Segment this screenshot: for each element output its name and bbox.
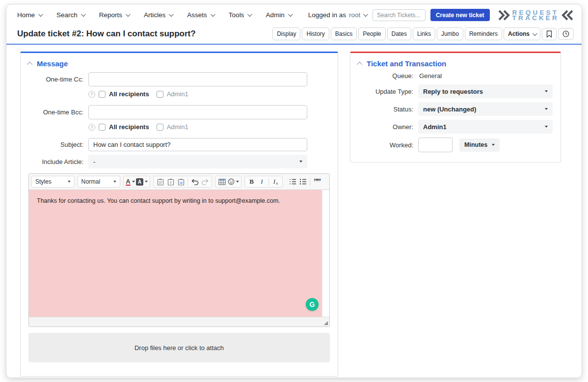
chevron-down-icon bbox=[126, 12, 131, 17]
nav-item-tools[interactable]: Tools bbox=[229, 11, 251, 19]
nav-item-home[interactable]: Home bbox=[17, 11, 42, 19]
italic-button[interactable]: I bbox=[257, 177, 267, 187]
attach-dropzone[interactable]: Drop files here or click to attach bbox=[28, 333, 330, 362]
cc-all-recipients-checkbox[interactable] bbox=[99, 91, 106, 98]
tab-actions[interactable]: Actions bbox=[504, 27, 540, 40]
editor-statusbar bbox=[29, 317, 329, 327]
logged-in-menu[interactable]: Logged in as root bbox=[308, 11, 367, 19]
collapse-chevron-icon[interactable] bbox=[27, 61, 32, 67]
nav-item-search[interactable]: Search bbox=[56, 11, 84, 19]
tab-jumbo[interactable]: Jumbo bbox=[437, 27, 463, 40]
include-article-value: - bbox=[93, 158, 95, 165]
main-content: Message One-time Cc: ? All recipients Ad… bbox=[6, 45, 582, 377]
owner-value: Admin1 bbox=[423, 123, 447, 131]
queue-row: Queue: General bbox=[358, 72, 553, 80]
cc-recipients-row: ? All recipients Admin1 bbox=[21, 90, 338, 102]
one-time-cc-label: One-time Cc: bbox=[28, 76, 83, 83]
owner-select[interactable]: Admin1 bbox=[418, 120, 553, 134]
subject-row: Subject: bbox=[21, 138, 338, 151]
one-time-cc-input[interactable] bbox=[88, 72, 307, 86]
bookmark-button[interactable] bbox=[542, 28, 557, 40]
search-tickets-input[interactable] bbox=[373, 9, 426, 21]
message-panel-title: Message bbox=[37, 59, 68, 68]
remove-format-button[interactable]: Ix bbox=[271, 177, 280, 187]
editor-scrollbar[interactable] bbox=[322, 190, 329, 317]
font-color-button[interactable]: A bbox=[126, 177, 135, 187]
worked-controls: Minutes bbox=[418, 137, 553, 152]
nav-right: Create new ticket REQUEST TRACKER bbox=[373, 9, 574, 21]
queue-value: General bbox=[418, 72, 553, 80]
caret-down-icon bbox=[132, 181, 135, 183]
nav-item-label: Articles bbox=[144, 11, 165, 19]
paragraph-format-dropdown[interactable]: Normal bbox=[78, 176, 121, 188]
numbered-list-button[interactable] bbox=[288, 177, 297, 187]
tab-basics[interactable]: Basics bbox=[331, 27, 357, 40]
cc-recipients-options: ? All recipients Admin1 bbox=[88, 90, 307, 98]
caret-down-icon bbox=[236, 181, 239, 183]
svg-text:W: W bbox=[179, 181, 183, 185]
one-time-bcc-input[interactable] bbox=[88, 105, 307, 119]
worked-label: Worked: bbox=[358, 141, 413, 149]
worked-unit-select[interactable]: Minutes bbox=[459, 138, 500, 152]
help-icon[interactable]: ? bbox=[88, 91, 95, 98]
chevron-down-icon bbox=[169, 12, 174, 17]
status-select[interactable]: new (Unchanged) bbox=[418, 102, 553, 116]
tab-history[interactable]: History bbox=[302, 27, 329, 40]
nav-item-admin[interactable]: Admin bbox=[266, 11, 291, 19]
insert-table-button[interactable] bbox=[217, 177, 227, 187]
nav-item-reports[interactable]: Reports bbox=[99, 11, 129, 19]
paste-button[interactable] bbox=[156, 177, 165, 187]
time-worked-button[interactable] bbox=[558, 28, 574, 40]
message-panel: Message One-time Cc: ? All recipients Ad… bbox=[20, 52, 338, 377]
redo-button[interactable] bbox=[200, 177, 210, 187]
paste-from-word-button[interactable]: W bbox=[176, 177, 186, 187]
status-value: new (Unchanged) bbox=[423, 106, 476, 113]
background-color-button[interactable]: A bbox=[136, 177, 148, 187]
tab-display[interactable]: Display bbox=[272, 27, 300, 40]
emoji-button[interactable] bbox=[228, 177, 239, 187]
update-type-select[interactable]: Reply to requestors bbox=[418, 84, 553, 98]
styles-dropdown[interactable]: Styles bbox=[31, 176, 75, 188]
update-type-row: Update Type: Reply to requestors bbox=[358, 84, 553, 98]
color-group: A A bbox=[123, 176, 150, 188]
bcc-admin1-checkbox[interactable] bbox=[157, 124, 163, 131]
bulleted-list-button[interactable] bbox=[298, 177, 308, 187]
bold-button[interactable]: B bbox=[247, 177, 256, 187]
logo-text: REQUEST TRACKER bbox=[512, 10, 559, 21]
paste-plain-text-button[interactable]: T bbox=[166, 177, 175, 187]
update-type-label: Update Type: bbox=[358, 88, 413, 95]
nav-item-label: Assets bbox=[187, 11, 207, 19]
nav-item-articles[interactable]: Articles bbox=[144, 11, 172, 19]
nav-item-assets[interactable]: Assets bbox=[187, 11, 214, 19]
message-textarea[interactable]: Thanks for contacting us. You can contac… bbox=[29, 190, 322, 317]
basic-styles-group: B I Ix bbox=[244, 176, 283, 188]
subject-input[interactable] bbox=[88, 138, 307, 151]
cc-admin1-checkbox[interactable] bbox=[157, 91, 163, 98]
queue-label: Queue: bbox=[358, 72, 413, 80]
logged-in-user: root bbox=[349, 11, 360, 19]
ticket-panel-title: Ticket and Transaction bbox=[367, 59, 446, 68]
tab-people[interactable]: People bbox=[358, 27, 385, 40]
one-time-bcc-row: One-time Bcc: bbox=[21, 105, 338, 119]
blockquote-button[interactable]: ”” bbox=[312, 177, 321, 187]
status-label: Status: bbox=[358, 106, 413, 113]
resize-handle-icon[interactable] bbox=[324, 321, 328, 325]
tab-links[interactable]: Links bbox=[413, 27, 435, 40]
undo-button[interactable] bbox=[190, 177, 199, 187]
worked-input[interactable] bbox=[418, 137, 453, 152]
worked-row: Worked: Minutes bbox=[358, 137, 553, 152]
collapse-chevron-icon[interactable] bbox=[357, 61, 362, 67]
include-article-select[interactable]: - bbox=[88, 155, 307, 168]
create-new-ticket-button[interactable]: Create new ticket bbox=[430, 9, 490, 21]
bcc-all-recipients-checkbox[interactable] bbox=[99, 124, 106, 131]
message-text: Thanks for contacting us. You can contac… bbox=[37, 197, 280, 204]
double-chevron-left-icon bbox=[561, 9, 574, 21]
grammarly-icon[interactable]: G bbox=[306, 298, 319, 311]
tab-reminders[interactable]: Reminders bbox=[465, 27, 502, 40]
chevron-down-icon bbox=[211, 12, 215, 17]
help-icon[interactable]: ? bbox=[88, 124, 95, 131]
main-menu: Home Search Reports Articles Assets Tool… bbox=[17, 11, 292, 19]
tab-dates[interactable]: Dates bbox=[387, 27, 411, 40]
nav-item-label: Search bbox=[56, 11, 78, 19]
editor-toolbar: Styles Normal A A bbox=[29, 174, 329, 190]
